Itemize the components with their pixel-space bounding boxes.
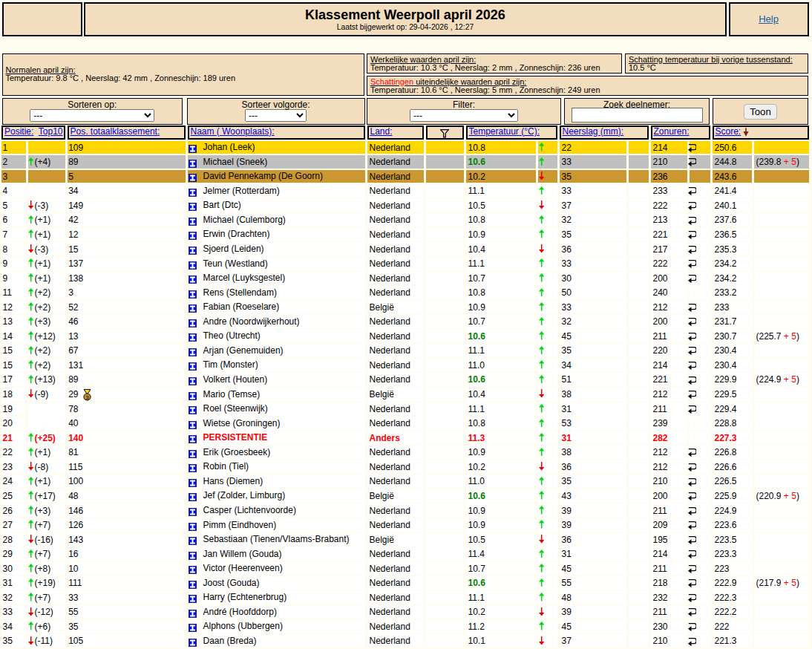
svg-text:3: 3 — [85, 394, 89, 400]
